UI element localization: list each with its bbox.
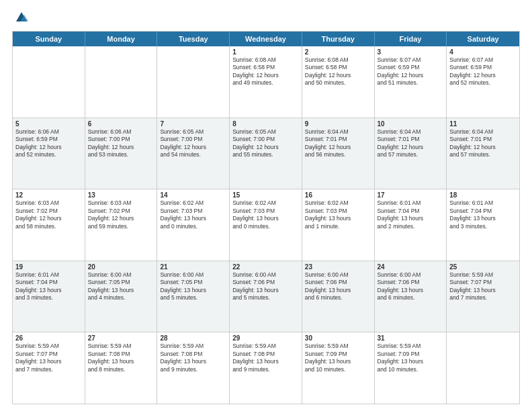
- cell-info: Sunrise: 5:59 AM Sunset: 7:07 PM Dayligh…: [449, 271, 517, 302]
- day-number: 21: [160, 263, 226, 271]
- day-number: 2: [305, 48, 371, 56]
- calendar-cell: [157, 46, 230, 118]
- calendar-cell: 21Sunrise: 6:00 AM Sunset: 7:05 PM Dayli…: [157, 261, 230, 332]
- cell-info: Sunrise: 6:00 AM Sunset: 7:06 PM Dayligh…: [232, 271, 299, 302]
- cell-info: Sunrise: 6:00 AM Sunset: 7:05 PM Dayligh…: [160, 271, 226, 302]
- day-number: 28: [160, 334, 226, 342]
- calendar-cell: 1Sunrise: 6:08 AM Sunset: 6:58 PM Daylig…: [230, 46, 302, 118]
- calendar-cell: 12Sunrise: 6:03 AM Sunset: 7:02 PM Dayli…: [13, 189, 85, 261]
- day-number: 23: [305, 263, 371, 271]
- day-number: 15: [232, 191, 299, 199]
- calendar-cell: 3Sunrise: 6:07 AM Sunset: 6:59 PM Daylig…: [375, 46, 447, 118]
- calendar-cell: [447, 332, 519, 404]
- header-day: Tuesday: [157, 32, 230, 46]
- day-number: 17: [378, 191, 444, 199]
- day-number: 26: [15, 334, 82, 342]
- cell-info: Sunrise: 6:07 AM Sunset: 6:59 PM Dayligh…: [449, 56, 517, 87]
- day-number: 1: [232, 48, 299, 56]
- cell-info: Sunrise: 6:07 AM Sunset: 6:59 PM Dayligh…: [378, 56, 444, 87]
- day-number: 24: [378, 263, 444, 271]
- calendar-body: 1Sunrise: 6:08 AM Sunset: 6:58 PM Daylig…: [13, 46, 519, 404]
- cell-info: Sunrise: 6:04 AM Sunset: 7:01 PM Dayligh…: [378, 128, 444, 159]
- day-number: 6: [88, 120, 154, 128]
- calendar-cell: 25Sunrise: 5:59 AM Sunset: 7:07 PM Dayli…: [447, 261, 519, 332]
- calendar-cell: 17Sunrise: 6:01 AM Sunset: 7:04 PM Dayli…: [375, 189, 447, 261]
- cell-info: Sunrise: 6:05 AM Sunset: 7:00 PM Dayligh…: [232, 128, 299, 159]
- cell-info: Sunrise: 6:04 AM Sunset: 7:01 PM Dayligh…: [305, 128, 371, 159]
- cell-info: Sunrise: 5:59 AM Sunset: 7:08 PM Dayligh…: [232, 342, 299, 373]
- cell-info: Sunrise: 6:00 AM Sunset: 7:06 PM Dayligh…: [378, 271, 444, 302]
- calendar-cell: 5Sunrise: 6:06 AM Sunset: 6:59 PM Daylig…: [13, 118, 85, 189]
- calendar-cell: 9Sunrise: 6:04 AM Sunset: 7:01 PM Daylig…: [302, 118, 375, 189]
- calendar-cell: 20Sunrise: 6:00 AM Sunset: 7:05 PM Dayli…: [85, 261, 158, 332]
- cell-info: Sunrise: 5:59 AM Sunset: 7:09 PM Dayligh…: [378, 342, 444, 373]
- calendar-cell: 26Sunrise: 5:59 AM Sunset: 7:07 PM Dayli…: [13, 332, 85, 404]
- page: SundayMondayTuesdayWednesdayThursdayFrid…: [0, 0, 532, 411]
- cell-info: Sunrise: 6:00 AM Sunset: 7:05 PM Dayligh…: [88, 271, 154, 302]
- cell-info: Sunrise: 6:03 AM Sunset: 7:02 PM Dayligh…: [88, 199, 154, 230]
- calendar-cell: 15Sunrise: 6:02 AM Sunset: 7:03 PM Dayli…: [230, 189, 302, 261]
- calendar-cell: 27Sunrise: 5:59 AM Sunset: 7:08 PM Dayli…: [85, 332, 158, 404]
- day-number: 16: [305, 191, 371, 199]
- calendar-cell: 4Sunrise: 6:07 AM Sunset: 6:59 PM Daylig…: [447, 46, 519, 118]
- calendar-cell: 2Sunrise: 6:08 AM Sunset: 6:58 PM Daylig…: [302, 46, 375, 118]
- calendar-cell: 29Sunrise: 5:59 AM Sunset: 7:08 PM Dayli…: [230, 332, 302, 404]
- calendar-cell: 22Sunrise: 6:00 AM Sunset: 7:06 PM Dayli…: [230, 261, 302, 332]
- cell-info: Sunrise: 6:02 AM Sunset: 7:03 PM Dayligh…: [160, 199, 226, 230]
- day-number: 10: [378, 120, 444, 128]
- calendar-cell: 28Sunrise: 5:59 AM Sunset: 7:08 PM Dayli…: [157, 332, 230, 404]
- day-number: 5: [15, 120, 82, 128]
- calendar-cell: 10Sunrise: 6:04 AM Sunset: 7:01 PM Dayli…: [375, 118, 447, 189]
- header-day: Sunday: [13, 32, 85, 46]
- calendar: SundayMondayTuesdayWednesdayThursdayFrid…: [12, 31, 520, 404]
- cell-info: Sunrise: 5:59 AM Sunset: 7:07 PM Dayligh…: [15, 342, 82, 373]
- day-number: 8: [232, 120, 299, 128]
- calendar-row: 1Sunrise: 6:08 AM Sunset: 6:58 PM Daylig…: [13, 46, 519, 118]
- cell-info: Sunrise: 6:03 AM Sunset: 7:02 PM Dayligh…: [15, 199, 82, 230]
- calendar-cell: 23Sunrise: 6:00 AM Sunset: 7:06 PM Dayli…: [302, 261, 375, 332]
- header-day: Friday: [375, 32, 447, 46]
- calendar-cell: 30Sunrise: 5:59 AM Sunset: 7:09 PM Dayli…: [302, 332, 375, 404]
- day-number: 30: [305, 334, 371, 342]
- day-number: 9: [305, 120, 371, 128]
- day-number: 25: [449, 263, 517, 271]
- cell-info: Sunrise: 5:59 AM Sunset: 7:09 PM Dayligh…: [305, 342, 371, 373]
- cell-info: Sunrise: 6:01 AM Sunset: 7:04 PM Dayligh…: [15, 271, 82, 302]
- day-number: 11: [449, 120, 517, 128]
- calendar-cell: 18Sunrise: 6:01 AM Sunset: 7:04 PM Dayli…: [447, 189, 519, 261]
- cell-info: Sunrise: 6:06 AM Sunset: 6:59 PM Dayligh…: [15, 128, 82, 159]
- calendar-cell: 8Sunrise: 6:05 AM Sunset: 7:00 PM Daylig…: [230, 118, 302, 189]
- logo: [12, 12, 28, 24]
- day-number: 31: [378, 334, 444, 342]
- day-number: 3: [378, 48, 444, 56]
- calendar-cell: 11Sunrise: 6:04 AM Sunset: 7:01 PM Dayli…: [447, 118, 519, 189]
- calendar-row: 19Sunrise: 6:01 AM Sunset: 7:04 PM Dayli…: [13, 261, 519, 332]
- calendar-row: 26Sunrise: 5:59 AM Sunset: 7:07 PM Dayli…: [13, 332, 519, 404]
- cell-info: Sunrise: 6:01 AM Sunset: 7:04 PM Dayligh…: [378, 199, 444, 230]
- calendar-cell: [13, 46, 85, 118]
- header: [12, 12, 520, 24]
- calendar-cell: 24Sunrise: 6:00 AM Sunset: 7:06 PM Dayli…: [375, 261, 447, 332]
- day-number: 7: [160, 120, 226, 128]
- day-number: 19: [15, 263, 82, 271]
- calendar-cell: 6Sunrise: 6:06 AM Sunset: 7:00 PM Daylig…: [85, 118, 158, 189]
- calendar-cell: 13Sunrise: 6:03 AM Sunset: 7:02 PM Dayli…: [85, 189, 158, 261]
- day-number: 13: [88, 191, 154, 199]
- day-number: 14: [160, 191, 226, 199]
- header-day: Wednesday: [230, 32, 302, 46]
- cell-info: Sunrise: 6:05 AM Sunset: 7:00 PM Dayligh…: [160, 128, 226, 159]
- header-day: Monday: [85, 32, 158, 46]
- cell-info: Sunrise: 6:08 AM Sunset: 6:58 PM Dayligh…: [305, 56, 371, 87]
- cell-info: Sunrise: 6:06 AM Sunset: 7:00 PM Dayligh…: [88, 128, 154, 159]
- day-number: 4: [449, 48, 517, 56]
- calendar-cell: [85, 46, 158, 118]
- cell-info: Sunrise: 6:01 AM Sunset: 7:04 PM Dayligh…: [449, 199, 517, 230]
- day-number: 12: [15, 191, 82, 199]
- calendar-row: 5Sunrise: 6:06 AM Sunset: 6:59 PM Daylig…: [13, 118, 519, 189]
- day-number: 20: [88, 263, 154, 271]
- cell-info: Sunrise: 5:59 AM Sunset: 7:08 PM Dayligh…: [160, 342, 226, 373]
- logo-icon: [13, 9, 28, 24]
- day-number: 29: [232, 334, 299, 342]
- calendar-header: SundayMondayTuesdayWednesdayThursdayFrid…: [13, 32, 519, 46]
- calendar-cell: 31Sunrise: 5:59 AM Sunset: 7:09 PM Dayli…: [375, 332, 447, 404]
